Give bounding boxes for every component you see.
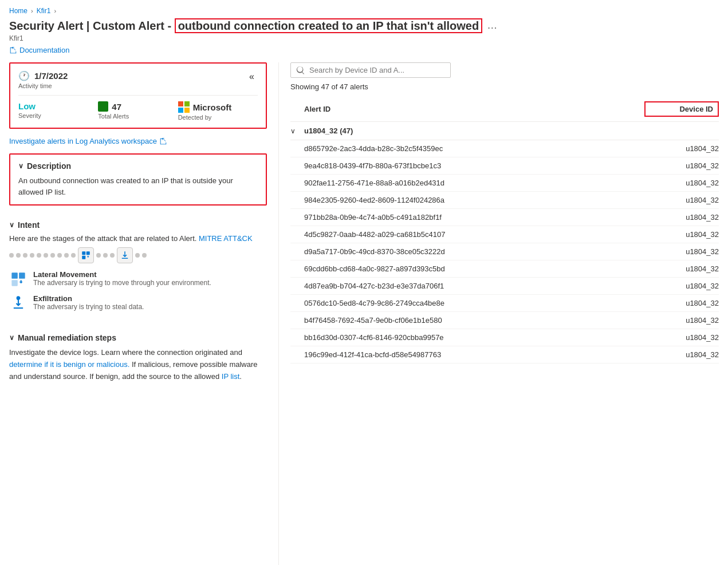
search-icon <box>297 66 305 74</box>
table-row[interactable]: b4f76458-7692-45a7-9e0b-cf06e1b1e580 u18… <box>290 312 719 329</box>
device-id-cell: u1804_32 <box>644 299 719 307</box>
group-chevron: ∨ <box>290 127 304 135</box>
table-row[interactable]: 9ea4c818-0439-4f7b-880a-673f1bcbe1c3 u18… <box>290 157 719 175</box>
table-rows-container: d865792e-2ac3-4dda-b28c-3b2c5f4359ec u18… <box>290 140 719 364</box>
log-analytics-external-icon <box>159 137 167 145</box>
microsoft-icon <box>178 101 190 113</box>
doc-link-label: Documentation <box>19 46 69 54</box>
dot-12 <box>103 253 108 258</box>
description-card: ∨ Description An outbound connection was… <box>9 153 267 206</box>
page-subtitle: Kfir1 <box>9 34 719 42</box>
intent-item-lateral: Lateral Movement The adversary is trying… <box>9 270 267 289</box>
log-analytics-label: Investigate alerts in Log Analytics work… <box>9 137 157 145</box>
exfiltration-title: Exfiltration <box>33 294 144 303</box>
right-panel: Showing 47 of 47 alerts Alert ID Device … <box>279 62 719 565</box>
intent-header[interactable]: ∨ Intent <box>9 220 267 230</box>
device-id-cell: u1804_32 <box>644 179 719 187</box>
breadcrumb-sep1: › <box>31 7 33 14</box>
search-input[interactable] <box>309 66 435 74</box>
dot-2 <box>16 253 21 258</box>
info-card: « 🕐 1/7/2022 Activity time Low Severity … <box>9 62 267 129</box>
alert-id-cell: 0576dc10-5ed8-4c79-9c86-2749cca4be8e <box>304 299 644 307</box>
table-header: Alert ID Device ID <box>290 97 719 122</box>
table-row[interactable]: 984e2305-9260-4ed2-8609-1124f024286a u18… <box>290 192 719 209</box>
th-device-id[interactable]: Device ID <box>644 101 719 117</box>
table-row[interactable]: 69cdd6bb-cd68-4a0c-9827-a897d393c5bd u18… <box>290 260 719 278</box>
table-row[interactable]: 4d5c9827-0aab-4482-a029-ca681b5c4107 u18… <box>290 226 719 243</box>
alerts-table: Alert ID Device ID ∨ u1804_32 (47) d8657… <box>290 97 719 565</box>
th-alert-id[interactable]: Alert ID <box>304 105 644 113</box>
severity-label: Severity <box>18 112 98 119</box>
activity-date: 🕐 1/7/2022 <box>18 70 246 81</box>
remediation-text: Investigate the device logs. Learn where… <box>9 347 267 382</box>
timeline-icon-lateral <box>78 247 94 263</box>
remediation-header[interactable]: ∨ Manual remediation steps <box>9 333 267 342</box>
dot-10 <box>71 253 76 258</box>
page-title: Security Alert | Custom Alert - outbound… <box>9 18 482 33</box>
dot-14 <box>135 253 140 258</box>
exfiltration-desc: The adversary is trying to steal data. <box>33 303 144 311</box>
severity-col: Low Severity <box>18 101 98 119</box>
table-row[interactable]: 0576dc10-5ed8-4c79-9c86-2749cca4be8e u18… <box>290 295 719 312</box>
description-title: Description <box>27 161 71 171</box>
intent-title: Intent <box>18 220 40 230</box>
svg-rect-0 <box>82 251 85 255</box>
table-row[interactable]: 971bb28a-0b9e-4c74-a0b5-c491a182bf1f u18… <box>290 209 719 226</box>
table-row[interactable]: d9a5a717-0b9c-49cd-8370-38ce05c3222d u18… <box>290 243 719 260</box>
left-panel: « 🕐 1/7/2022 Activity time Low Severity … <box>9 62 278 565</box>
clock-icon: 🕐 <box>18 70 30 81</box>
svg-rect-2 <box>82 256 85 259</box>
remediation-chevron: ∨ <box>9 334 14 342</box>
description-chevron: ∨ <box>18 162 23 170</box>
table-row[interactable]: bb16d30d-0307-4cf6-8146-920cbba9957e u18… <box>290 329 719 346</box>
device-id-cell: u1804_32 <box>644 161 719 170</box>
remediation-title: Manual remediation steps <box>18 333 116 342</box>
collapse-button[interactable]: « <box>246 70 258 83</box>
breadcrumb-sep2: › <box>54 7 56 14</box>
exfiltration-icon <box>9 294 27 313</box>
dot-11 <box>96 253 101 258</box>
svg-rect-5 <box>11 280 17 286</box>
info-card-stats: Low Severity 47 Total Alerts <box>18 95 258 121</box>
detected-label: Detected by <box>178 114 258 121</box>
mitre-link[interactable]: MITRE ATT&CK <box>199 234 253 243</box>
description-header[interactable]: ∨ Description <box>18 161 258 171</box>
table-row[interactable]: 196c99ed-412f-41ca-bcfd-d58e54987763 u18… <box>290 346 719 364</box>
intent-timeline <box>9 247 267 263</box>
lateral-movement-desc: The adversary is trying to move through … <box>33 279 211 287</box>
device-id-cell: u1804_32 <box>644 333 719 342</box>
alert-id-cell: 4d5c9827-0aab-4482-a029-ca681b5c4107 <box>304 230 644 239</box>
device-id-cell: u1804_32 <box>644 247 719 256</box>
alert-id-cell: 902fae11-2756-471e-88a8-a016b2ed431d <box>304 179 644 187</box>
alert-icon <box>98 101 108 112</box>
documentation-link[interactable]: Documentation <box>9 46 719 54</box>
remediation-section: ∨ Manual remediation steps Investigate t… <box>9 333 267 382</box>
group-row[interactable]: ∨ u1804_32 (47) <box>290 122 719 140</box>
device-id-cell: u1804_32 <box>644 213 719 222</box>
svg-point-6 <box>17 297 20 299</box>
title-highlighted: outbound connection created to an IP tha… <box>175 18 483 33</box>
table-row[interactable]: 902fae11-2756-471e-88a8-a016b2ed431d u18… <box>290 175 719 192</box>
search-bar[interactable] <box>290 62 451 78</box>
dot-9 <box>64 253 69 258</box>
external-link-icon <box>9 46 17 54</box>
title-row: Security Alert | Custom Alert - outbound… <box>9 18 719 33</box>
breadcrumb-home[interactable]: Home <box>9 7 27 15</box>
table-row[interactable]: 4d87ea9b-b704-427c-b23d-e3e37da706f1 u18… <box>290 278 719 295</box>
breadcrumb-kfir1[interactable]: Kfir1 <box>37 7 51 15</box>
svg-rect-4 <box>19 272 25 279</box>
device-id-cell: u1804_32 <box>644 196 719 204</box>
device-id-cell: u1804_32 <box>644 316 719 325</box>
device-id-cell: u1804_32 <box>644 282 719 290</box>
log-analytics-link[interactable]: Investigate alerts in Log Analytics work… <box>9 137 267 145</box>
determine-link[interactable]: determine if it is benign or malicious. <box>9 360 129 369</box>
device-id-cell: u1804_32 <box>644 230 719 239</box>
showing-text: Showing 47 of 47 alerts <box>290 82 719 91</box>
svg-rect-1 <box>86 251 90 255</box>
dot-3 <box>23 253 27 258</box>
ip-list-link[interactable]: IP list <box>222 372 240 381</box>
table-row[interactable]: d865792e-2ac3-4dda-b28c-3b2c5f4359ec u18… <box>290 140 719 157</box>
dot-4 <box>30 253 34 258</box>
alert-id-cell: 971bb28a-0b9e-4c74-a0b5-c491a182bf1f <box>304 213 644 222</box>
date-value: 1/7/2022 <box>34 71 68 81</box>
